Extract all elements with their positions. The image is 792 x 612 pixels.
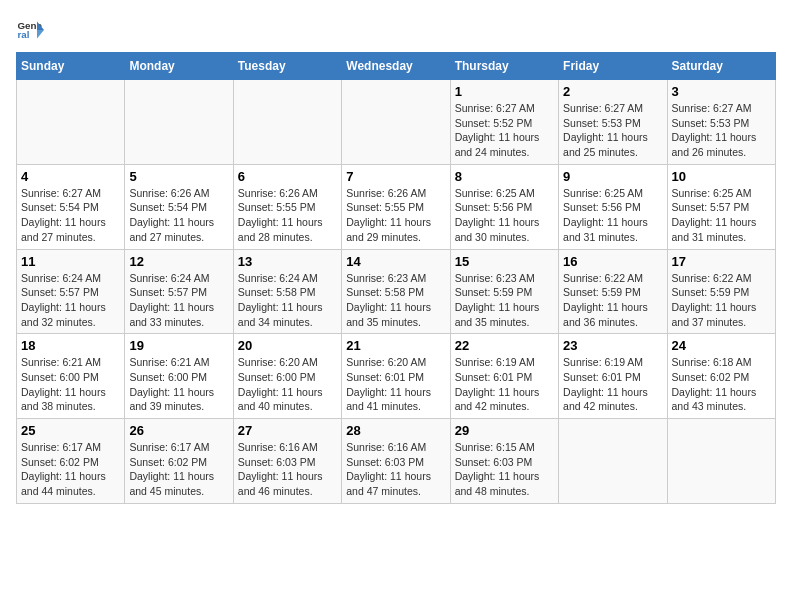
day-content: Sunrise: 6:15 AM Sunset: 6:03 PM Dayligh… <box>455 440 554 499</box>
day-content: Sunrise: 6:27 AM Sunset: 5:53 PM Dayligh… <box>563 101 662 160</box>
calendar-cell: 24Sunrise: 6:18 AM Sunset: 6:02 PM Dayli… <box>667 334 775 419</box>
day-number: 13 <box>238 254 337 269</box>
header-wednesday: Wednesday <box>342 53 450 80</box>
day-content: Sunrise: 6:25 AM Sunset: 5:56 PM Dayligh… <box>563 186 662 245</box>
header-tuesday: Tuesday <box>233 53 341 80</box>
day-number: 28 <box>346 423 445 438</box>
day-number: 14 <box>346 254 445 269</box>
calendar-cell <box>342 80 450 165</box>
calendar-cell: 8Sunrise: 6:25 AM Sunset: 5:56 PM Daylig… <box>450 164 558 249</box>
calendar-cell: 11Sunrise: 6:24 AM Sunset: 5:57 PM Dayli… <box>17 249 125 334</box>
calendar-header-row: SundayMondayTuesdayWednesdayThursdayFrid… <box>17 53 776 80</box>
calendar-week-2: 4Sunrise: 6:27 AM Sunset: 5:54 PM Daylig… <box>17 164 776 249</box>
calendar-cell: 1Sunrise: 6:27 AM Sunset: 5:52 PM Daylig… <box>450 80 558 165</box>
day-content: Sunrise: 6:20 AM Sunset: 6:01 PM Dayligh… <box>346 355 445 414</box>
day-content: Sunrise: 6:24 AM Sunset: 5:57 PM Dayligh… <box>129 271 228 330</box>
day-number: 11 <box>21 254 120 269</box>
day-content: Sunrise: 6:16 AM Sunset: 6:03 PM Dayligh… <box>238 440 337 499</box>
calendar-table: SundayMondayTuesdayWednesdayThursdayFrid… <box>16 52 776 504</box>
calendar-cell: 29Sunrise: 6:15 AM Sunset: 6:03 PM Dayli… <box>450 419 558 504</box>
calendar-cell: 17Sunrise: 6:22 AM Sunset: 5:59 PM Dayli… <box>667 249 775 334</box>
day-content: Sunrise: 6:19 AM Sunset: 6:01 PM Dayligh… <box>563 355 662 414</box>
day-content: Sunrise: 6:26 AM Sunset: 5:55 PM Dayligh… <box>238 186 337 245</box>
day-number: 24 <box>672 338 771 353</box>
day-content: Sunrise: 6:26 AM Sunset: 5:54 PM Dayligh… <box>129 186 228 245</box>
calendar-cell: 18Sunrise: 6:21 AM Sunset: 6:00 PM Dayli… <box>17 334 125 419</box>
calendar-cell: 25Sunrise: 6:17 AM Sunset: 6:02 PM Dayli… <box>17 419 125 504</box>
calendar-cell: 4Sunrise: 6:27 AM Sunset: 5:54 PM Daylig… <box>17 164 125 249</box>
header-saturday: Saturday <box>667 53 775 80</box>
calendar-cell <box>667 419 775 504</box>
calendar-week-4: 18Sunrise: 6:21 AM Sunset: 6:00 PM Dayli… <box>17 334 776 419</box>
day-number: 23 <box>563 338 662 353</box>
day-number: 22 <box>455 338 554 353</box>
day-number: 3 <box>672 84 771 99</box>
day-number: 10 <box>672 169 771 184</box>
day-content: Sunrise: 6:25 AM Sunset: 5:56 PM Dayligh… <box>455 186 554 245</box>
calendar-cell: 3Sunrise: 6:27 AM Sunset: 5:53 PM Daylig… <box>667 80 775 165</box>
day-number: 1 <box>455 84 554 99</box>
day-content: Sunrise: 6:24 AM Sunset: 5:58 PM Dayligh… <box>238 271 337 330</box>
calendar-cell: 6Sunrise: 6:26 AM Sunset: 5:55 PM Daylig… <box>233 164 341 249</box>
header: Gene ral <box>16 16 776 44</box>
calendar-cell: 20Sunrise: 6:20 AM Sunset: 6:00 PM Dayli… <box>233 334 341 419</box>
day-content: Sunrise: 6:24 AM Sunset: 5:57 PM Dayligh… <box>21 271 120 330</box>
calendar-cell: 28Sunrise: 6:16 AM Sunset: 6:03 PM Dayli… <box>342 419 450 504</box>
day-number: 27 <box>238 423 337 438</box>
day-number: 19 <box>129 338 228 353</box>
day-content: Sunrise: 6:23 AM Sunset: 5:58 PM Dayligh… <box>346 271 445 330</box>
day-content: Sunrise: 6:19 AM Sunset: 6:01 PM Dayligh… <box>455 355 554 414</box>
calendar-cell: 13Sunrise: 6:24 AM Sunset: 5:58 PM Dayli… <box>233 249 341 334</box>
day-number: 2 <box>563 84 662 99</box>
calendar-cell: 19Sunrise: 6:21 AM Sunset: 6:00 PM Dayli… <box>125 334 233 419</box>
calendar-cell: 27Sunrise: 6:16 AM Sunset: 6:03 PM Dayli… <box>233 419 341 504</box>
calendar-cell: 9Sunrise: 6:25 AM Sunset: 5:56 PM Daylig… <box>559 164 667 249</box>
header-sunday: Sunday <box>17 53 125 80</box>
day-number: 4 <box>21 169 120 184</box>
day-number: 5 <box>129 169 228 184</box>
day-content: Sunrise: 6:18 AM Sunset: 6:02 PM Dayligh… <box>672 355 771 414</box>
day-content: Sunrise: 6:27 AM Sunset: 5:53 PM Dayligh… <box>672 101 771 160</box>
calendar-week-3: 11Sunrise: 6:24 AM Sunset: 5:57 PM Dayli… <box>17 249 776 334</box>
calendar-cell <box>559 419 667 504</box>
calendar-week-5: 25Sunrise: 6:17 AM Sunset: 6:02 PM Dayli… <box>17 419 776 504</box>
day-content: Sunrise: 6:17 AM Sunset: 6:02 PM Dayligh… <box>129 440 228 499</box>
logo-icon: Gene ral <box>16 16 44 44</box>
day-content: Sunrise: 6:20 AM Sunset: 6:00 PM Dayligh… <box>238 355 337 414</box>
day-content: Sunrise: 6:22 AM Sunset: 5:59 PM Dayligh… <box>672 271 771 330</box>
day-content: Sunrise: 6:27 AM Sunset: 5:52 PM Dayligh… <box>455 101 554 160</box>
day-number: 6 <box>238 169 337 184</box>
calendar-cell: 2Sunrise: 6:27 AM Sunset: 5:53 PM Daylig… <box>559 80 667 165</box>
calendar-cell: 16Sunrise: 6:22 AM Sunset: 5:59 PM Dayli… <box>559 249 667 334</box>
day-content: Sunrise: 6:26 AM Sunset: 5:55 PM Dayligh… <box>346 186 445 245</box>
day-number: 8 <box>455 169 554 184</box>
day-number: 29 <box>455 423 554 438</box>
header-friday: Friday <box>559 53 667 80</box>
day-number: 26 <box>129 423 228 438</box>
svg-marker-3 <box>37 30 44 38</box>
calendar-cell: 7Sunrise: 6:26 AM Sunset: 5:55 PM Daylig… <box>342 164 450 249</box>
calendar-cell <box>233 80 341 165</box>
day-content: Sunrise: 6:21 AM Sunset: 6:00 PM Dayligh… <box>129 355 228 414</box>
day-number: 7 <box>346 169 445 184</box>
day-number: 12 <box>129 254 228 269</box>
day-number: 16 <box>563 254 662 269</box>
day-content: Sunrise: 6:27 AM Sunset: 5:54 PM Dayligh… <box>21 186 120 245</box>
calendar-cell: 15Sunrise: 6:23 AM Sunset: 5:59 PM Dayli… <box>450 249 558 334</box>
calendar-cell <box>125 80 233 165</box>
svg-text:ral: ral <box>17 29 29 40</box>
day-number: 17 <box>672 254 771 269</box>
calendar-cell: 26Sunrise: 6:17 AM Sunset: 6:02 PM Dayli… <box>125 419 233 504</box>
day-number: 25 <box>21 423 120 438</box>
calendar-cell: 12Sunrise: 6:24 AM Sunset: 5:57 PM Dayli… <box>125 249 233 334</box>
calendar-cell <box>17 80 125 165</box>
calendar-cell: 14Sunrise: 6:23 AM Sunset: 5:58 PM Dayli… <box>342 249 450 334</box>
calendar-cell: 22Sunrise: 6:19 AM Sunset: 6:01 PM Dayli… <box>450 334 558 419</box>
day-number: 9 <box>563 169 662 184</box>
day-content: Sunrise: 6:21 AM Sunset: 6:00 PM Dayligh… <box>21 355 120 414</box>
day-content: Sunrise: 6:25 AM Sunset: 5:57 PM Dayligh… <box>672 186 771 245</box>
calendar-cell: 21Sunrise: 6:20 AM Sunset: 6:01 PM Dayli… <box>342 334 450 419</box>
header-monday: Monday <box>125 53 233 80</box>
day-content: Sunrise: 6:16 AM Sunset: 6:03 PM Dayligh… <box>346 440 445 499</box>
day-content: Sunrise: 6:23 AM Sunset: 5:59 PM Dayligh… <box>455 271 554 330</box>
